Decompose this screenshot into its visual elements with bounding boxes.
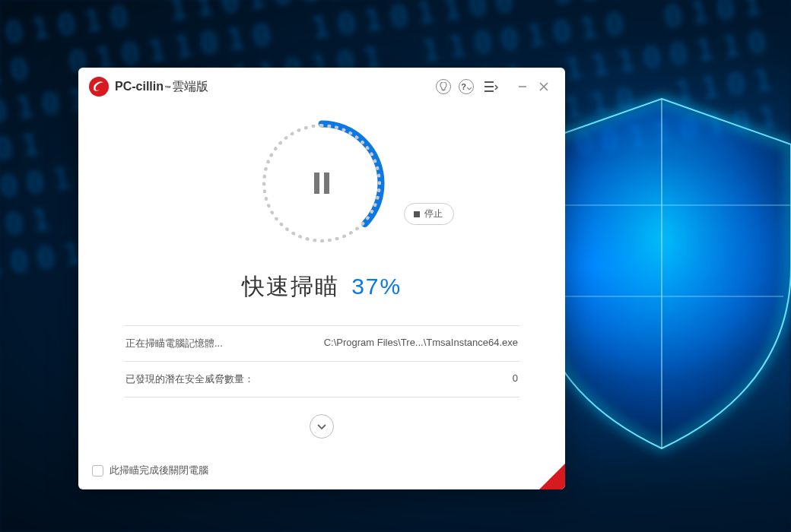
scan-window: PC-cillin™雲端版 ? bbox=[78, 68, 565, 489]
help-icon[interactable]: ? bbox=[459, 79, 474, 94]
stop-button[interactable]: 停止 bbox=[404, 203, 454, 225]
close-button[interactable] bbox=[533, 78, 554, 96]
chevron-down-icon bbox=[316, 421, 327, 432]
titlebar: PC-cillin™雲端版 ? bbox=[78, 68, 565, 103]
app-name-main: PC-cillin bbox=[115, 80, 164, 93]
menu-icon[interactable] bbox=[481, 77, 501, 97]
app-name-sub: 雲端版 bbox=[172, 79, 208, 95]
progress-indicator bbox=[253, 115, 390, 252]
minimize-button[interactable] bbox=[512, 78, 533, 96]
scanning-path: C:\Program Files\Tre...\TmsaInstance64.e… bbox=[324, 337, 518, 350]
scan-title: 快速掃瞄 37% bbox=[242, 271, 402, 302]
footer: 此掃瞄完成後關閉電腦 bbox=[78, 455, 565, 489]
stop-icon bbox=[414, 211, 420, 217]
lightbulb-icon[interactable] bbox=[436, 79, 451, 94]
trend-micro-logo-icon bbox=[89, 77, 109, 97]
app-title: PC-cillin™雲端版 bbox=[115, 79, 208, 95]
scan-mode-label: 快速掃瞄 bbox=[242, 274, 339, 299]
scan-info: 正在掃瞄電腦記憶體... C:\Program Files\Tre...\Tms… bbox=[124, 325, 519, 397]
trademark: ™ bbox=[164, 84, 171, 92]
scan-content: 停止 快速掃瞄 37% 正在掃瞄電腦記憶體... C:\Program File… bbox=[78, 103, 565, 455]
stop-label: 停止 bbox=[424, 207, 443, 220]
info-row-threats: 已發現的潛在安全威脅數量： 0 bbox=[124, 361, 519, 397]
info-row-scanning: 正在掃瞄電腦記憶體... C:\Program Files\Tre...\Tms… bbox=[124, 325, 519, 361]
scan-percent: 37% bbox=[351, 274, 402, 299]
threats-count: 0 bbox=[513, 372, 518, 386]
threats-label: 已發現的潛在安全威脅數量： bbox=[125, 372, 254, 386]
expand-button[interactable] bbox=[310, 414, 334, 439]
brand-corner-icon bbox=[539, 464, 565, 489]
svg-point-3 bbox=[89, 77, 109, 97]
scanning-label: 正在掃瞄電腦記憶體... bbox=[125, 337, 223, 350]
shutdown-checkbox[interactable] bbox=[92, 465, 103, 477]
shutdown-label: 此掃瞄完成後關閉電腦 bbox=[110, 464, 208, 477]
dotted-ring-icon bbox=[262, 124, 381, 242]
